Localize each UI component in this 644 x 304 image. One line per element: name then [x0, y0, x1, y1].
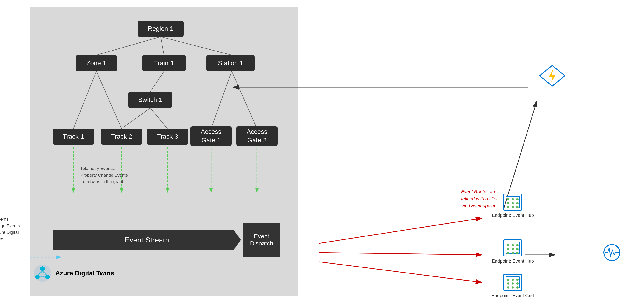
svg-point-50	[512, 206, 514, 208]
endpoint-hub1-label: Endpoint: Event Hub	[492, 213, 534, 218]
svg-marker-17	[210, 188, 213, 193]
svg-point-51	[516, 206, 518, 208]
svg-line-6	[122, 108, 150, 129]
event-hub1-icon	[502, 193, 523, 211]
svg-point-72	[512, 286, 514, 289]
svg-point-44	[512, 198, 514, 200]
svg-line-8	[211, 71, 232, 129]
svg-line-5	[150, 71, 164, 92]
svg-marker-11	[72, 188, 75, 193]
node-zone1: Zone 1	[76, 55, 117, 71]
node-region1: Region 1	[138, 21, 184, 37]
svg-line-4	[96, 71, 122, 129]
lifecycle-text: Lifecycle Events,Model Change Eventsfrom…	[0, 216, 28, 242]
diagram-area: Region 1 Zone 1 Train 1 Station 1 Switch…	[30, 7, 298, 296]
svg-line-34	[319, 252, 482, 255]
svg-point-46	[507, 202, 509, 204]
svg-line-1	[160, 37, 164, 55]
svg-line-2	[160, 37, 232, 55]
svg-point-23	[45, 275, 50, 279]
node-accessgate1: AccessGate 1	[190, 126, 232, 146]
svg-marker-19	[255, 188, 258, 193]
endpoint-grid: Endpoint: Event Grid	[492, 273, 534, 298]
svg-point-55	[512, 244, 514, 246]
event-dispatch: EventDispatch	[243, 223, 280, 257]
svg-line-7	[150, 108, 168, 129]
svg-marker-13	[120, 188, 123, 193]
svg-line-0	[96, 37, 160, 55]
endpoint-hub2: Endpoint: Event Hub	[492, 239, 534, 264]
adt-icon	[33, 264, 52, 282]
event-grid-endpoint-icon	[502, 273, 523, 291]
svg-point-21	[40, 266, 45, 271]
lightning-icon	[538, 64, 566, 88]
node-track1: Track 1	[53, 129, 94, 145]
svg-point-62	[516, 252, 518, 254]
node-accessgate2: AccessGate 2	[236, 126, 278, 146]
svg-point-58	[512, 248, 514, 250]
svg-point-68	[507, 282, 509, 285]
svg-line-33	[319, 218, 482, 243]
adt-area: Azure Digital Twins	[33, 264, 114, 282]
event-grid-icon	[538, 64, 566, 87]
adt-label: Azure Digital Twins	[55, 269, 114, 277]
node-track2: Track 2	[101, 129, 142, 145]
svg-point-66	[512, 278, 514, 281]
svg-point-49	[507, 206, 509, 208]
svg-line-35	[319, 262, 482, 282]
svg-point-73	[516, 286, 518, 289]
svg-point-47	[512, 202, 514, 204]
endpoint-hub1: Endpoint: Event Hub	[492, 193, 534, 218]
node-train1: Train 1	[142, 55, 186, 71]
node-station1: Station 1	[206, 55, 255, 71]
svg-line-9	[232, 71, 257, 129]
svg-point-65	[507, 278, 509, 281]
svg-point-48	[516, 202, 518, 204]
endpoint-grid-label: Endpoint: Event Grid	[492, 293, 534, 298]
svg-point-70	[516, 282, 518, 285]
svg-point-43	[507, 198, 509, 200]
svg-point-22	[35, 275, 40, 279]
svg-point-56	[516, 244, 518, 246]
svg-point-45	[516, 198, 518, 200]
svg-point-69	[512, 282, 514, 285]
event-hub2-icon	[502, 239, 523, 257]
svg-point-57	[507, 248, 509, 250]
node-track3: Track 3	[147, 129, 188, 145]
monitor-icon	[603, 243, 621, 263]
svg-marker-15	[166, 188, 169, 193]
svg-point-54	[507, 244, 509, 246]
svg-marker-40	[549, 69, 556, 83]
event-stream: Event Stream	[53, 230, 241, 250]
node-switch1: Switch 1	[128, 92, 172, 108]
telemetry-text: Telemetry Events, Property Change Events…	[80, 165, 131, 185]
svg-point-60	[507, 252, 509, 254]
endpoint-hub2-label: Endpoint: Event Hub	[492, 258, 534, 264]
svg-point-59	[516, 248, 518, 250]
svg-line-3	[74, 71, 96, 129]
svg-point-61	[512, 252, 514, 254]
svg-point-71	[507, 286, 509, 289]
svg-point-67	[516, 278, 518, 281]
